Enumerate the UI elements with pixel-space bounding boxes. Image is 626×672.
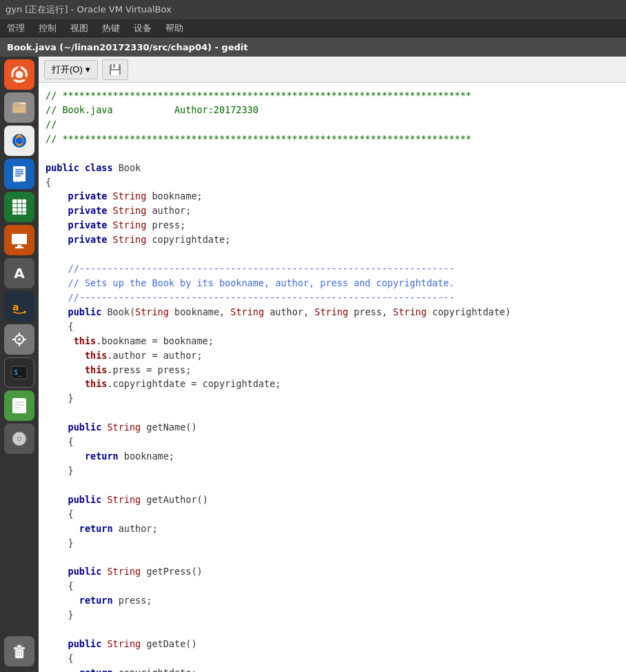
svg-rect-16 [12,199,26,215]
svg-rect-34 [12,398,26,413]
toolbar: 打开(O) ▾ [39,57,626,83]
chevron-down-icon: ▾ [85,64,90,75]
menu-manage[interactable]: 管理 [0,21,32,36]
code-content: // *************************************… [39,87,626,672]
open-button[interactable]: 打开(O) ▾ [44,60,98,79]
menu-device[interactable]: 设备 [127,21,159,36]
dvd-icon[interactable] [4,424,34,454]
ubuntu-icon[interactable] [4,59,34,90]
save-icon [108,63,122,77]
svg-rect-7 [12,103,19,106]
menu-bar: 管理 控制 视图 热键 设备 帮助 [0,19,626,37]
app-title-bar: Book.java (~/linan20172330/src/chap04) -… [0,37,626,57]
menu-control[interactable]: 控制 [32,21,63,36]
menu-view[interactable]: 视图 [63,21,95,36]
svg-rect-49 [111,70,119,75]
svg-point-9 [16,137,23,144]
font-manager-icon[interactable]: A [4,258,34,288]
save-button[interactable] [102,59,128,80]
amazon-icon[interactable]: a [4,291,34,322]
sidebar: W A a $_ [0,57,39,672]
trash-icon[interactable] [4,636,34,666]
editor-wrapper: 打开(O) ▾ // *****************************… [39,57,626,672]
svg-point-27 [18,338,21,341]
svg-rect-22 [12,234,27,244]
title-bar-text: gyn [正在运行] - Oracle VM VirtualBox [6,3,172,16]
system-tools-icon[interactable] [4,324,34,355]
svg-rect-43 [17,645,21,648]
menu-help[interactable]: 帮助 [159,21,190,36]
svg-point-2 [18,67,21,70]
open-label: 打开(O) [52,63,83,76]
svg-rect-50 [113,64,115,68]
impress-icon[interactable] [4,225,34,255]
svg-point-3 [23,77,27,80]
svg-text:$_: $_ [14,368,23,377]
calc-icon[interactable] [4,192,34,222]
notes-icon[interactable] [4,391,34,421]
menu-hotkey[interactable]: 热键 [95,21,127,36]
writer-icon[interactable]: W [4,159,34,189]
firefox-icon[interactable] [4,126,34,156]
svg-point-40 [19,438,21,440]
files-icon[interactable] [4,92,34,123]
svg-rect-24 [15,247,23,248]
svg-text:W: W [13,176,21,184]
title-bar: gyn [正在运行] - Oracle VM VirtualBox [0,0,626,19]
svg-text:a: a [12,302,19,313]
svg-point-4 [12,77,16,80]
main-layout: W A a $_ 打开(O) [0,57,626,672]
app-title-text: Book.java (~/linan20172330/src/chap04) -… [7,42,248,52]
code-editor[interactable]: // *************************************… [39,83,626,672]
terminal-icon[interactable]: $_ [4,357,34,388]
